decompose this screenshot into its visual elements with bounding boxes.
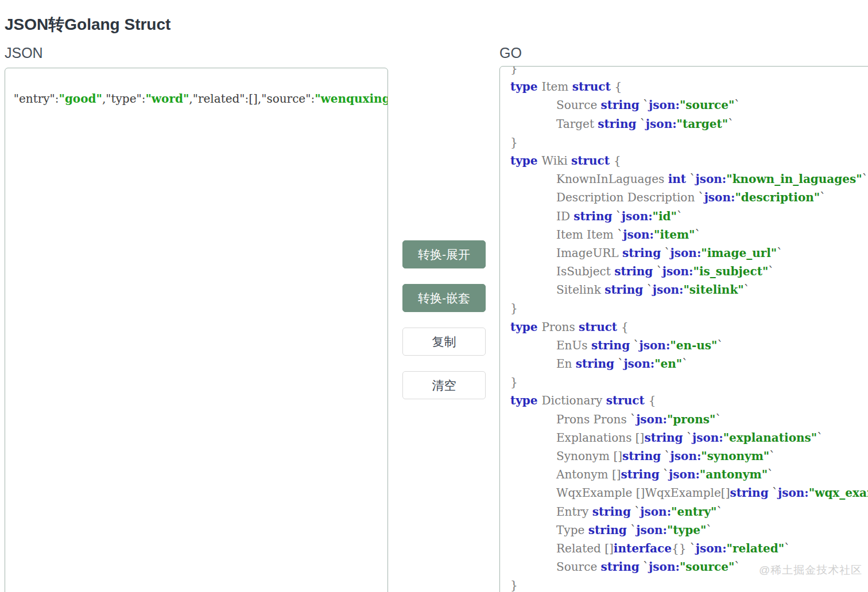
json-input-content: "entry":"good","type":"word","related":[… bbox=[14, 92, 388, 106]
action-button-column: 转换-展开 转换-嵌套 复制 清空 bbox=[402, 240, 486, 415]
json-input[interactable]: "entry":"good","type":"word","related":[… bbox=[5, 68, 388, 592]
go-code-line: Source string `json:"source"` bbox=[510, 96, 868, 114]
go-code-line: Synonym []string `json:"synonym"` bbox=[510, 447, 868, 465]
copy-button[interactable]: 复制 bbox=[402, 328, 486, 356]
watermark: @稀土掘金技术社区 bbox=[759, 563, 862, 578]
go-code-line: Related []interface{} `json:"related"` bbox=[510, 539, 868, 558]
go-panel-label: GO bbox=[499, 45, 522, 61]
go-code-line: } bbox=[510, 66, 868, 77]
go-code-line: Antonym []string `json:"antonym"` bbox=[510, 465, 868, 484]
go-code-line: Type string `json:"type"` bbox=[510, 521, 868, 539]
go-code: }type Item struct {Source string `json:"… bbox=[500, 66, 868, 592]
go-code-line: Explanations []string `json:"explanation… bbox=[510, 429, 868, 447]
go-code-line: } bbox=[510, 133, 868, 151]
go-code-line: Prons Prons `json:"prons"` bbox=[510, 410, 868, 429]
page-title: JSON转Golang Struct bbox=[5, 14, 170, 36]
go-code-line: IsSubject string `json:"is_subject"` bbox=[510, 262, 868, 281]
go-code-line: type Prons struct { bbox=[510, 318, 868, 336]
go-output[interactable]: }type Item struct {Source string `json:"… bbox=[499, 66, 868, 592]
go-code-line: } bbox=[510, 299, 868, 317]
convert-nested-button[interactable]: 转换-嵌套 bbox=[402, 284, 486, 312]
go-code-line: type Item struct { bbox=[510, 77, 868, 96]
go-code-line: ID string `json:"id"` bbox=[510, 207, 868, 225]
clear-button[interactable]: 清空 bbox=[402, 371, 486, 399]
go-code-line: EnUs string `json:"en-us"` bbox=[510, 336, 868, 355]
go-code-line: } bbox=[510, 576, 868, 592]
go-code-line: type Wiki struct { bbox=[510, 151, 868, 170]
go-code-line: WqxExample []WqxExample[]string `json:"w… bbox=[510, 484, 868, 502]
go-code-line: Description Description `json:"descripti… bbox=[510, 188, 868, 207]
go-code-line: type Dictionary struct { bbox=[510, 391, 868, 410]
go-code-line: KnownInLaguages int `json:"known_in_lagu… bbox=[510, 170, 868, 188]
go-code-line: Item Item `json:"item"` bbox=[510, 225, 868, 244]
go-code-line: Entry string `json:"entry"` bbox=[510, 503, 868, 521]
go-code-line: En string `json:"en"` bbox=[510, 355, 868, 373]
go-code-line: ImageURL string `json:"image_url"` bbox=[510, 244, 868, 262]
go-code-line: Target string `json:"target"` bbox=[510, 115, 868, 133]
json-panel-label: JSON bbox=[5, 45, 43, 61]
go-code-line: Sitelink string `json:"sitelink"` bbox=[510, 281, 868, 299]
convert-expand-button[interactable]: 转换-展开 bbox=[402, 240, 486, 268]
go-code-line: } bbox=[510, 373, 868, 391]
